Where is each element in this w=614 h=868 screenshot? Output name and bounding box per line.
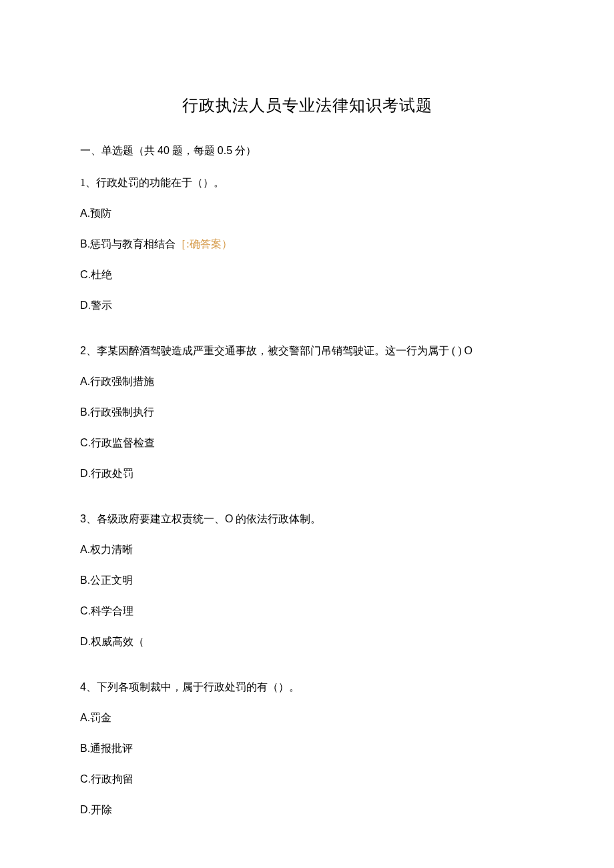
question-body: 、李某因醉酒驾驶造成严重交通事故，被交警部门吊销驾驶证。这一行为属于 ( ) [86,345,465,356]
document-page: 行政执法人员专业法律知识考试题 一、单选题（共 40 题，每题 0.5 分） 1… [0,0,614,868]
question-1-option-d: D.警示 [80,298,534,314]
question-glyph: O [225,513,233,524]
question-1-option-c: C.杜绝 [80,267,534,283]
question-4-option-b: B.通报批评 [80,741,534,757]
option-label: D. [80,636,91,647]
option-label: C. [80,773,91,785]
option-text: 罚金 [90,712,111,723]
option-text: 预防 [90,207,111,219]
option-text: 开除 [91,804,112,815]
option-text: 权威高效（ [91,636,144,647]
option-label: B. [80,238,90,250]
question-2-text: 2、李某因醉酒驾驶造成严重交通事故，被交警部门吊销驾驶证。这一行为属于 ( ) … [80,343,534,359]
option-text: 通报批评 [90,743,133,754]
spacer [80,665,534,679]
question-number: 3 [80,513,86,524]
option-label: D. [80,300,91,311]
question-4-option-a: A.罚金 [80,710,534,726]
option-label: A. [80,207,90,219]
option-text: 行政处罚 [91,468,133,479]
section-header: 一、单选题（共 40 题，每题 0.5 分） [80,143,534,159]
document-title: 行政执法人员专业法律知识考试题 [80,93,534,117]
section-header-mid: 题，每题 [170,145,218,156]
option-label: B. [80,743,90,754]
option-label: A. [80,712,90,723]
question-1-text: 1、行政处罚的功能在于（）。 [80,175,534,191]
spacer [80,328,534,343]
option-text: 公正文明 [90,574,133,586]
option-label: A. [80,544,90,555]
option-text: 权力清晰 [90,544,133,555]
question-body-b: 的依法行政体制。 [233,513,321,524]
question-body: 、下列各项制裁中，属于行政处罚的有（）。 [86,681,300,693]
spacer [80,496,534,511]
option-text: 行政强制措施 [90,376,154,387]
question-2-option-b: B.行政强制执行 [80,404,534,420]
option-label: B. [80,406,90,418]
option-label: C. [80,269,91,280]
option-label: C. [80,605,91,616]
option-label: D. [80,468,91,479]
section-header-prefix: 一、单选题（共 [80,145,158,156]
option-text: 行政拘留 [91,773,133,785]
question-3-option-a: A.权力清晰 [80,542,534,558]
option-text: 杜绝 [91,269,112,280]
option-label: B. [80,574,90,586]
question-number: 4 [80,681,86,693]
question-2-option-d: D.行政处罚 [80,466,534,482]
question-4-text: 4、下列各项制裁中，属于行政处罚的有（）。 [80,679,534,695]
question-3-option-b: B.公正文明 [80,572,534,588]
question-3-option-d: D.权威高效（ [80,634,534,650]
question-4-option-d: D.开除 [80,802,534,818]
option-text: 惩罚与教育相结合 [90,238,176,250]
question-2-option-a: A.行政强制措施 [80,374,534,390]
question-2-option-c: C.行政监督检查 [80,435,534,451]
question-trail-glyph: O [465,345,473,356]
option-text: 警示 [91,300,112,311]
option-text: 行政监督检查 [91,437,155,448]
question-body-a: 、各级政府要建立权责统一、 [86,513,225,524]
correct-answer-mark: ［:确答案） [176,238,232,250]
option-text: 行政强制执行 [90,406,154,418]
question-1-option-b: B.惩罚与教育相结合［:确答案） [80,236,534,252]
question-4-option-c: C.行政拘留 [80,771,534,787]
option-text: 科学合理 [91,605,133,616]
question-number: 2 [80,345,86,356]
section-header-qcount: 40 [158,145,170,156]
section-header-suffix: 分） [232,145,256,156]
option-label: A. [80,376,90,387]
question-1-option-a: A.预防 [80,205,534,222]
section-header-pts: 0.5 [218,145,232,156]
option-label: C. [80,437,91,448]
option-label: D. [80,804,91,815]
question-3-text: 3、各级政府要建立权责统一、O 的依法行政体制。 [80,511,534,527]
question-3-option-c: C.科学合理 [80,603,534,619]
